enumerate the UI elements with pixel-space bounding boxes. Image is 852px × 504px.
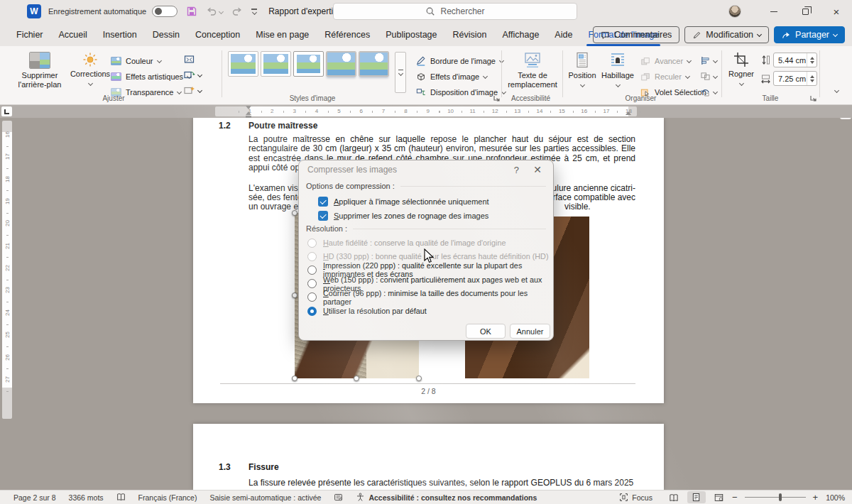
height-spinner[interactable] <box>807 53 816 67</box>
tab-selector[interactable] <box>1 106 12 116</box>
selection-handle-top-left[interactable] <box>292 210 297 216</box>
read-mode-button[interactable] <box>665 491 683 503</box>
change-picture-button[interactable] <box>183 67 202 82</box>
image-style-thumbnail[interactable] <box>229 52 258 76</box>
selection-handle-mid-left[interactable] <box>292 292 297 298</box>
dialog-help-button[interactable]: ? <box>514 165 519 175</box>
language-button[interactable]: Français (France) <box>132 491 204 504</box>
reset-picture-button[interactable] <box>183 83 202 98</box>
page-indicator[interactable]: Page 2 sur 8 <box>7 491 62 504</box>
ruler-number: 20 <box>4 219 11 229</box>
checkbox-apply-selected-only[interactable]: Appliquer à l'image sélectionnée uniquem… <box>318 196 489 207</box>
paragraph[interactable]: La fissure relevée présente les caractér… <box>248 478 635 490</box>
radio-option-4[interactable]: Web (150 ppp) : convient particulièremen… <box>307 278 553 290</box>
bring-forward-button[interactable]: Avancer <box>638 53 694 69</box>
dialog-close-button[interactable]: ✕ <box>533 164 542 175</box>
ruler-tick <box>328 111 329 113</box>
gallery-more-button[interactable] <box>395 52 406 93</box>
picture-border-button[interactable]: Bordure de l'image <box>413 53 506 69</box>
tab-fichier[interactable]: Fichier <box>9 25 51 46</box>
rotate-objects-button[interactable] <box>700 84 717 99</box>
ruler-number: 5 <box>336 108 342 114</box>
picture-effects-button[interactable]: Effets d'image <box>413 69 490 84</box>
tab-révision[interactable]: Révision <box>445 25 495 46</box>
image-style-thumbnail[interactable] <box>294 52 323 76</box>
artistic-effects-label: Effets artistiques <box>126 72 183 81</box>
remove-background-button[interactable]: Supprimer l'arrière-plan <box>10 49 70 89</box>
wrap-text-button[interactable]: Habillage <box>600 49 635 87</box>
zoom-out-button[interactable]: − <box>731 492 739 503</box>
hanging-indent-marker[interactable] <box>246 111 251 115</box>
chevron-down-icon <box>197 88 202 93</box>
radio-option-3[interactable]: Impression (220 ppp) : qualité excellent… <box>307 264 553 275</box>
tab-mise-en-page[interactable]: Mise en page <box>248 25 317 46</box>
selection-handle-bottom-mid[interactable] <box>354 376 359 381</box>
align-objects-button[interactable] <box>700 53 717 68</box>
print-layout-button[interactable] <box>687 491 706 503</box>
color-menu-button[interactable]: Couleur <box>108 53 164 69</box>
zoom-slider[interactable] <box>745 497 806 498</box>
corrections-button[interactable]: Corrections <box>71 49 109 85</box>
send-backward-button[interactable]: Reculer <box>638 69 694 84</box>
word-logo[interactable]: W <box>27 4 41 18</box>
image-style-thumbnail[interactable] <box>261 52 290 76</box>
collapse-ribbon-button[interactable] <box>834 88 839 93</box>
quick-access-overflow-button[interactable] <box>251 9 257 13</box>
zoom-slider-thumb[interactable] <box>779 493 782 501</box>
spin-down-icon <box>810 80 814 82</box>
image-style-thumbnail[interactable] <box>359 52 388 76</box>
radio-option-5[interactable]: Courrier (96 ppp) : minimise la taille d… <box>307 292 553 303</box>
search-box[interactable]: Rechercher <box>333 3 577 20</box>
artistic-effects-button[interactable]: Effets artistiques <box>108 69 194 84</box>
radio-option-6[interactable]: Utiliser la résolution par défaut <box>307 305 427 317</box>
checkbox-delete-cropped-areas[interactable]: Supprimer les zones de rognage des image… <box>318 210 488 221</box>
word-count[interactable]: 3366 mots <box>62 491 110 504</box>
tab-conception[interactable]: Conception <box>187 25 248 46</box>
share-button[interactable]: Partager <box>774 26 845 43</box>
comments-button[interactable]: Commentaires <box>593 26 679 43</box>
autocomplete-status[interactable]: Saisie semi-automatique : activée <box>203 491 327 504</box>
compress-pictures-button[interactable] <box>183 52 202 67</box>
right-indent-marker[interactable] <box>626 111 631 115</box>
crop-button[interactable]: Rogner <box>726 49 757 85</box>
tab-dessin[interactable]: Dessin <box>145 25 187 46</box>
size-dialog-launcher[interactable] <box>809 94 817 102</box>
alt-text-button[interactable]: Texte de remplacement <box>506 49 559 89</box>
web-layout-button[interactable] <box>710 491 728 503</box>
image-style-thumbnail[interactable] <box>327 52 356 76</box>
text-predictions-button[interactable] <box>327 491 349 504</box>
group-objects-button[interactable] <box>700 69 717 84</box>
redo-button[interactable] <box>231 6 243 17</box>
proofing-button[interactable] <box>110 491 132 504</box>
width-input[interactable]: 7.25 cm <box>773 71 817 86</box>
ok-button[interactable]: OK <box>466 324 506 339</box>
zoom-in-button[interactable]: + <box>812 492 820 503</box>
autosave-toggle[interactable] <box>152 6 178 17</box>
selection-handle-bottom-left[interactable] <box>292 376 297 381</box>
accessibility-button[interactable]: Accessibilité : consultez nos recommanda… <box>349 491 543 504</box>
avatar[interactable] <box>728 5 741 18</box>
chevron-down-icon <box>833 31 838 36</box>
save-icon[interactable] <box>186 6 197 17</box>
tab-publipostage[interactable]: Publipostage <box>378 25 444 46</box>
height-input[interactable]: 5.44 cm <box>773 53 817 67</box>
width-spinner[interactable] <box>807 72 816 85</box>
zoom-level-button[interactable]: 100% <box>819 491 846 504</box>
focus-mode-button[interactable]: Focus <box>619 493 662 502</box>
tab-aide[interactable]: Aide <box>547 25 580 46</box>
position-button[interactable]: Position <box>566 49 599 87</box>
minimize-button[interactable] <box>758 0 790 23</box>
restore-button[interactable] <box>790 0 821 23</box>
scroll-up-button[interactable] <box>840 118 851 119</box>
tab-accueil[interactable]: Accueil <box>51 25 95 46</box>
document-page-3[interactable]: 1.3 Fissure La fissure relevée présente … <box>193 424 664 490</box>
tab-insertion[interactable]: Insertion <box>95 25 145 46</box>
tab-affichage[interactable]: Affichage <box>494 25 547 46</box>
first-line-indent-marker[interactable] <box>246 106 251 109</box>
editing-mode-button[interactable]: Modification <box>684 26 769 43</box>
cancel-button[interactable]: Annuler <box>510 324 550 339</box>
close-button[interactable]: × <box>821 0 852 23</box>
tab-références[interactable]: Références <box>317 25 378 46</box>
undo-button[interactable] <box>206 6 223 17</box>
selection-handle-bottom-right[interactable] <box>416 376 422 381</box>
